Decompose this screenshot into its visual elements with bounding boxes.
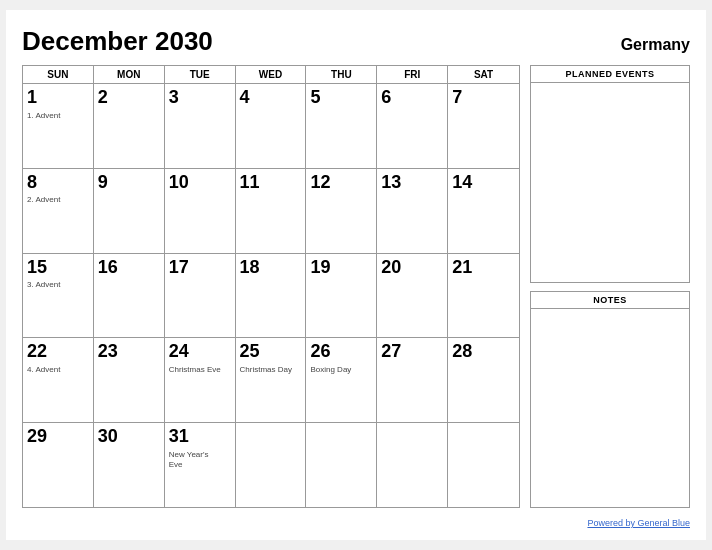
calendar-week: 1 1. Advent 2 3 4 5 — [23, 84, 519, 169]
footer: Powered by General Blue — [22, 512, 690, 530]
country-label: Germany — [621, 36, 690, 54]
calendar-day: 6 — [377, 84, 448, 168]
page: December 2030 Germany SUN MON TUE WED TH… — [6, 10, 706, 540]
day-headers: SUN MON TUE WED THU FRI SAT — [23, 66, 519, 84]
day-header-wed: WED — [236, 66, 307, 83]
calendar-day: 5 — [306, 84, 377, 168]
calendar: SUN MON TUE WED THU FRI SAT 1 1. Advent … — [22, 65, 520, 508]
planned-events-box: PLANNED EVENTS — [530, 65, 690, 283]
calendar-day: 8 2. Advent — [23, 169, 94, 253]
planned-events-content — [531, 83, 689, 282]
calendar-day: 29 — [23, 423, 94, 507]
calendar-day: 3 — [165, 84, 236, 168]
calendar-day: 30 — [94, 423, 165, 507]
calendar-day: 23 — [94, 338, 165, 422]
day-header-mon: MON — [94, 66, 165, 83]
calendar-day: 26 Boxing Day — [306, 338, 377, 422]
calendar-day: 14 — [448, 169, 519, 253]
calendar-week: 15 3. Advent 16 17 18 19 — [23, 254, 519, 339]
calendar-day: 21 — [448, 254, 519, 338]
calendar-day: 28 — [448, 338, 519, 422]
calendar-day: 12 — [306, 169, 377, 253]
calendar-day: 4 — [236, 84, 307, 168]
calendar-day-empty — [306, 423, 377, 507]
calendar-day-empty — [448, 423, 519, 507]
calendar-day: 1 1. Advent — [23, 84, 94, 168]
calendar-week: 8 2. Advent 9 10 11 12 — [23, 169, 519, 254]
planned-events-title: PLANNED EVENTS — [531, 66, 689, 83]
notes-content — [531, 309, 689, 508]
calendar-day: 18 — [236, 254, 307, 338]
calendar-day-empty — [377, 423, 448, 507]
page-title: December 2030 — [22, 26, 213, 57]
calendar-day: 17 — [165, 254, 236, 338]
calendar-day: 15 3. Advent — [23, 254, 94, 338]
day-header-sun: SUN — [23, 66, 94, 83]
day-header-tue: TUE — [165, 66, 236, 83]
calendar-grid: 1 1. Advent 2 3 4 5 — [23, 84, 519, 507]
calendar-day: 31 New Year'sEve — [165, 423, 236, 507]
calendar-day: 2 — [94, 84, 165, 168]
main-content: SUN MON TUE WED THU FRI SAT 1 1. Advent … — [22, 65, 690, 508]
day-header-sat: SAT — [448, 66, 519, 83]
calendar-day: 10 — [165, 169, 236, 253]
calendar-day: 20 — [377, 254, 448, 338]
calendar-day: 27 — [377, 338, 448, 422]
calendar-day: 9 — [94, 169, 165, 253]
calendar-day: 13 — [377, 169, 448, 253]
notes-title: NOTES — [531, 292, 689, 309]
calendar-day: 7 — [448, 84, 519, 168]
calendar-day-empty — [236, 423, 307, 507]
calendar-day: 19 — [306, 254, 377, 338]
powered-by-link[interactable]: Powered by General Blue — [587, 518, 690, 528]
calendar-week: 22 4. Advent 23 24 Christmas Eve 25 Chri… — [23, 338, 519, 423]
calendar-day: 24 Christmas Eve — [165, 338, 236, 422]
calendar-week: 29 30 31 New Year'sEve — [23, 423, 519, 507]
sidebar: PLANNED EVENTS NOTES — [530, 65, 690, 508]
calendar-day: 22 4. Advent — [23, 338, 94, 422]
day-header-thu: THU — [306, 66, 377, 83]
calendar-day: 11 — [236, 169, 307, 253]
header: December 2030 Germany — [22, 26, 690, 57]
day-header-fri: FRI — [377, 66, 448, 83]
calendar-day: 25 Christmas Day — [236, 338, 307, 422]
notes-box: NOTES — [530, 291, 690, 509]
calendar-day: 16 — [94, 254, 165, 338]
